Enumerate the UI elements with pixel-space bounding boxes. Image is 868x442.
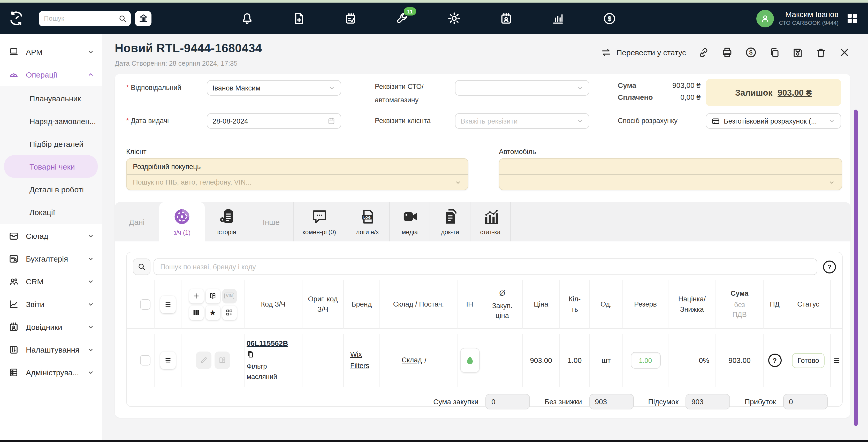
employee-calendar-icon[interactable] — [499, 12, 513, 25]
col-orig-code[interactable]: Ориг. код З/Ч — [303, 280, 344, 329]
sidebar-item-warehouse[interactable]: Склад — [0, 224, 102, 247]
sidebar-item-locations[interactable]: Локації — [0, 200, 102, 223]
tabs: Дані з/ч (1) історія Інше комен-рі (0) — [115, 202, 850, 242]
new-document-icon[interactable] — [292, 12, 306, 25]
tab-media[interactable]: медіа — [390, 202, 430, 242]
part-brand-link[interactable]: Wix Filters — [350, 349, 373, 372]
status-badge[interactable]: Готово — [792, 353, 825, 368]
sidebar-item-accounting[interactable]: Бухгалтерія — [0, 247, 102, 270]
client-requisites-select[interactable] — [455, 113, 589, 129]
settings-gear-icon[interactable] — [447, 11, 461, 25]
payment-dollar-icon[interactable] — [745, 46, 757, 58]
copy-link-icon[interactable] — [698, 47, 709, 58]
sidebar-item-operations[interactable]: Операції — [0, 63, 102, 86]
sidebar-item-work-orders[interactable]: Наряд-замовлен... — [0, 109, 102, 132]
sidebar-item-arm[interactable]: АРМ — [0, 40, 102, 63]
tab-comments[interactable]: комен-рі (0) — [293, 202, 345, 242]
pd-question-icon[interactable]: ? — [768, 354, 781, 367]
issue-date-value[interactable] — [213, 117, 327, 125]
payment-method-select[interactable]: Безготівковий розрахунок (... — [706, 113, 841, 129]
tab-logs[interactable]: логи н/з — [345, 202, 390, 242]
sidebar-item-directories[interactable]: Довідники — [0, 315, 102, 338]
parts-search-field[interactable] — [154, 258, 817, 275]
responsible-select[interactable]: Іванов Максим — [207, 80, 341, 96]
stock-drop-icon — [464, 355, 475, 366]
carbook-logo-icon[interactable] — [8, 10, 24, 26]
client-box[interactable]: Роздрібний покупець Пошук по ПІБ, авто, … — [126, 158, 468, 190]
client-value[interactable]: Роздрібний покупець — [127, 159, 468, 174]
tab-parts[interactable]: з/ч (1) — [159, 202, 205, 242]
sidebar-item-administration[interactable]: Адмініструва... — [0, 361, 102, 384]
vehicle-value[interactable] — [499, 159, 842, 174]
tab-other[interactable]: Інше — [249, 202, 293, 242]
help-icon[interactable]: ? — [823, 260, 836, 273]
sidebar-item-parts-selection[interactable]: Підбір деталей — [0, 132, 102, 155]
tasks-checklist-icon[interactable] — [344, 12, 357, 25]
col-qty[interactable]: Кіл- ть — [560, 280, 590, 329]
row-drag-handle[interactable] — [832, 356, 841, 365]
col-pd[interactable]: ПД — [764, 280, 786, 329]
transfer-status-button[interactable]: Перевести у статус — [601, 47, 686, 58]
apps-grid-icon[interactable] — [846, 12, 859, 25]
notifications-bell-icon[interactable] — [240, 12, 254, 25]
col-markup[interactable]: Націнка/ Знижка — [669, 280, 716, 329]
part-code-link[interactable]: 06L115562B — [247, 339, 288, 347]
finance-dollar-icon[interactable] — [603, 12, 616, 25]
duplicate-icon[interactable] — [769, 47, 780, 58]
sto-requisites-select[interactable] — [455, 80, 589, 96]
parts-search-input[interactable] — [159, 262, 812, 271]
qr-add-button[interactable] — [222, 305, 237, 320]
delete-icon[interactable] — [815, 47, 827, 58]
print-icon[interactable] — [721, 46, 733, 58]
warehouse-link[interactable]: Склад — [402, 355, 422, 366]
parts-toolbar: VIN ★ — [189, 289, 237, 320]
sidebar-item-reports[interactable]: Звіти — [0, 293, 102, 315]
barcode-button[interactable] — [189, 305, 204, 320]
user-menu[interactable]: Максим Іванов СТО CARBOOK (9444) — [756, 9, 839, 27]
col-unit[interactable]: Од. — [590, 280, 623, 329]
col-purchase[interactable]: Ø Закуп. ціна — [482, 280, 523, 329]
tab-statistics[interactable]: стат-ка — [470, 202, 511, 242]
select-all-checkbox[interactable] — [140, 299, 150, 309]
col-reserve[interactable]: Резерв — [623, 280, 669, 329]
global-search[interactable] — [39, 10, 131, 26]
client-requisites-input[interactable] — [461, 117, 577, 125]
repairs-wrench-icon[interactable]: 11 — [396, 12, 409, 25]
col-warehouse[interactable]: Склад / Постач. — [380, 280, 458, 329]
parts-search-button[interactable] — [133, 258, 150, 275]
reserve-input[interactable]: 1.00 — [630, 352, 660, 369]
sidebar-item-settings[interactable]: Налаштування — [0, 338, 102, 361]
stock-availability-button[interactable] — [460, 348, 479, 373]
columns-menu-button[interactable] — [160, 295, 176, 313]
copy-code-icon[interactable] — [247, 350, 254, 358]
col-brand[interactable]: Бренд — [344, 280, 380, 329]
tab-data[interactable]: Дані — [115, 202, 159, 242]
company-bank-button[interactable] — [135, 10, 152, 26]
row-checkbox[interactable] — [140, 355, 150, 366]
client-search[interactable]: Пошук по ПІБ, авто, телефону, VIN... — [127, 174, 468, 190]
save-icon[interactable] — [792, 47, 803, 58]
sidebar-item-sales-receipts[interactable]: Товарні чеки — [4, 155, 98, 178]
col-in[interactable]: ІН — [458, 280, 482, 329]
sidebar-item-planner[interactable]: Планувальник — [0, 87, 102, 109]
tab-history[interactable]: історія — [205, 202, 249, 242]
row-menu-button[interactable] — [160, 351, 176, 369]
vertical-scrollbar[interactable] — [854, 109, 858, 426]
tab-documents[interactable]: док-ти — [430, 202, 470, 242]
col-price[interactable]: Ціна — [523, 280, 560, 329]
issue-date-input[interactable] — [207, 113, 341, 129]
global-search-input[interactable] — [39, 10, 131, 26]
sidebar-item-crm[interactable]: CRM — [0, 270, 102, 293]
add-part-button[interactable] — [189, 289, 204, 303]
col-sum[interactable]: Сума без ПДВ — [716, 280, 764, 329]
favorites-button[interactable]: ★ — [206, 305, 220, 320]
log-file-icon — [359, 208, 376, 225]
reports-chart-icon[interactable] — [551, 12, 564, 25]
close-icon[interactable] — [839, 46, 850, 58]
col-status[interactable]: Статус — [786, 280, 831, 329]
catalog-button[interactable] — [206, 289, 220, 303]
vehicle-box[interactable] — [499, 158, 842, 190]
sidebar-item-parts-in-work[interactable]: Деталі в роботі — [0, 178, 102, 200]
vehicle-search[interactable] — [499, 174, 842, 190]
col-code[interactable]: Код З/Ч — [245, 280, 303, 329]
